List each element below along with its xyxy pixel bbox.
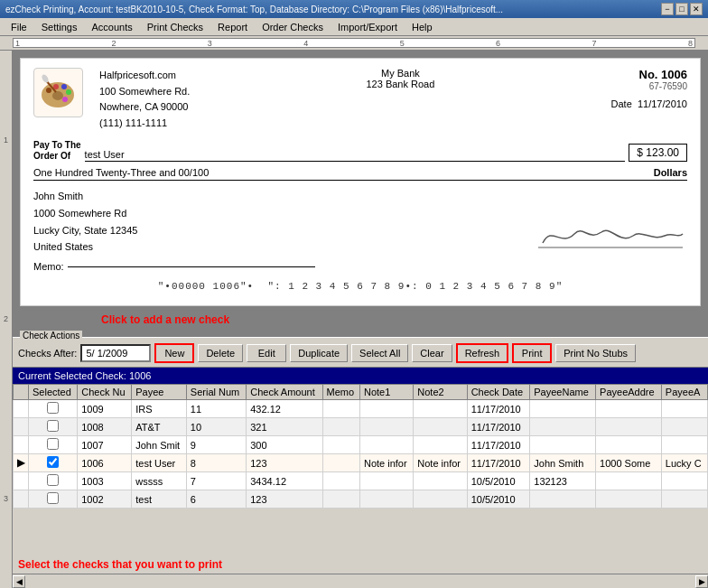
col-payee-a: PayeeA (661, 385, 707, 400)
pay-to-label: Pay To TheOrder Of (33, 140, 81, 162)
row-checkbox-cell[interactable] (29, 490, 78, 509)
addressee-info: John Smith 1000 Somewhere Rd Lucky City,… (33, 188, 137, 256)
row-checkbox-cell[interactable] (29, 418, 78, 436)
table-row[interactable]: ▶1006test User8123Note inforNote infor11… (14, 454, 708, 472)
row-checkbox-cell[interactable] (29, 472, 78, 490)
row-note1 (359, 490, 413, 509)
row-payeeAddr (596, 490, 662, 509)
menu-print-checks[interactable]: Print Checks (140, 20, 210, 34)
row-checkbox[interactable] (47, 402, 59, 414)
row-checkbox[interactable] (47, 420, 59, 432)
row-memo (322, 454, 359, 472)
row-payee: John Smit (132, 436, 187, 454)
table-row[interactable]: 1009IRS11432.1211/17/2010 (14, 400, 708, 418)
date-value: 11/17/2010 (638, 98, 687, 109)
row-checkNum: 1006 (78, 454, 132, 472)
row-memo (322, 436, 359, 454)
minimize-button[interactable]: − (661, 3, 674, 15)
row-checkbox[interactable] (47, 438, 59, 450)
dollars-label: Dollars (654, 167, 687, 178)
selected-check-header: Current Selected Check: 1006 (13, 368, 708, 384)
table-row[interactable]: 1003wssss73434.1210/5/2010132123 (14, 472, 708, 490)
row-serial: 11 (186, 400, 246, 418)
menu-order-checks[interactable]: Order Checks (255, 20, 331, 34)
print-no-stubs-button[interactable]: Print No Stubs (555, 344, 636, 362)
check-actions-label: Check Actions (20, 331, 82, 341)
row-payeeName (530, 400, 596, 418)
bank-name: My Bank (367, 68, 435, 79)
signature-svg (534, 207, 687, 252)
col-note1: Note1 (359, 385, 413, 400)
scrollbar-area[interactable]: ◀ ▶ (13, 574, 708, 588)
row-date: 11/17/2010 (467, 436, 530, 454)
row-amount: 321 (247, 418, 322, 436)
row-note2 (414, 472, 467, 490)
edit-button[interactable]: Edit (247, 344, 286, 362)
row-payeeName (530, 436, 596, 454)
row-checkNum: 1002 (78, 490, 132, 509)
scroll-left-btn[interactable]: ◀ (13, 575, 25, 588)
row-payeeA (661, 436, 707, 454)
svg-point-3 (61, 84, 67, 89)
menu-help[interactable]: Help (405, 20, 440, 34)
vertical-ruler: 123 (0, 51, 13, 588)
maximize-button[interactable]: □ (675, 3, 688, 15)
print-button[interactable]: Print (512, 343, 552, 363)
checks-after-input[interactable] (80, 344, 151, 362)
close-button[interactable]: ✕ (690, 3, 703, 15)
ruler-scale: 12345678 (13, 38, 695, 48)
table-row[interactable]: 1007John Smit930011/17/2010 (14, 436, 708, 454)
micr-line: "•00000 1006"• ": 1 2 3 4 5 6 7 8 9•: 0 … (33, 281, 687, 292)
row-payeeA: Lucky C (661, 454, 707, 472)
row-payeeA (661, 418, 707, 436)
row-payee: AT&T (132, 418, 187, 436)
row-payeeName (530, 490, 596, 509)
addressee-name: John Smith (33, 188, 137, 205)
company-address: 100 Somewhere Rd. (99, 84, 190, 100)
row-note1: Note infor (359, 454, 413, 472)
title-bar: ezCheck Printing, Account: testBK2010-10… (0, 0, 708, 18)
row-checkbox[interactable] (47, 474, 59, 486)
svg-point-4 (66, 89, 71, 95)
delete-button[interactable]: Delete (198, 344, 243, 362)
row-checkbox-cell[interactable] (29, 400, 78, 418)
new-button[interactable]: New (154, 343, 194, 363)
row-date: 11/17/2010 (467, 454, 530, 472)
select-all-button[interactable]: Select All (351, 344, 408, 362)
svg-point-6 (52, 91, 63, 100)
col-amount: Check Amount (247, 385, 322, 400)
menu-import-export[interactable]: Import/Export (331, 20, 405, 34)
menu-report[interactable]: Report (210, 20, 255, 34)
table-row[interactable]: 1002test612310/5/2010 (14, 490, 708, 509)
row-checkbox-cell[interactable] (29, 454, 78, 472)
row-checkbox-cell[interactable] (29, 436, 78, 454)
table-row[interactable]: 1008AT&T1032111/17/2010 (14, 418, 708, 436)
menu-settings[interactable]: Settings (34, 20, 85, 34)
row-note2 (414, 490, 467, 509)
col-selected: Selected (29, 385, 78, 400)
menu-file[interactable]: File (4, 20, 34, 34)
row-memo (322, 472, 359, 490)
bank-info: My Bank 123 Bank Road (367, 68, 435, 89)
col-payee-name: PayeeName (530, 385, 596, 400)
refresh-button[interactable]: Refresh (456, 343, 509, 363)
check-date: Date 11/17/2010 (611, 98, 687, 109)
menu-accounts[interactable]: Accounts (84, 20, 139, 34)
row-date: 11/17/2010 (467, 418, 530, 436)
row-arrow (14, 436, 29, 454)
row-checkbox[interactable] (47, 456, 59, 468)
row-note2 (414, 436, 467, 454)
svg-point-1 (46, 88, 51, 93)
row-payee: wssss (132, 472, 187, 490)
check-amount: $ 123.00 (629, 144, 687, 162)
clear-button[interactable]: Clear (412, 344, 452, 362)
row-checkbox[interactable] (47, 492, 59, 504)
row-note1 (359, 418, 413, 436)
row-arrow (14, 400, 29, 418)
new-check-hint: Click to add a new check (101, 313, 229, 326)
duplicate-button[interactable]: Duplicate (290, 344, 348, 362)
row-serial: 6 (186, 490, 246, 509)
memo-label: Memo: (33, 261, 64, 272)
scroll-right-btn[interactable]: ▶ (695, 575, 708, 588)
addressee-city: Lucky City, State 12345 (33, 222, 137, 239)
